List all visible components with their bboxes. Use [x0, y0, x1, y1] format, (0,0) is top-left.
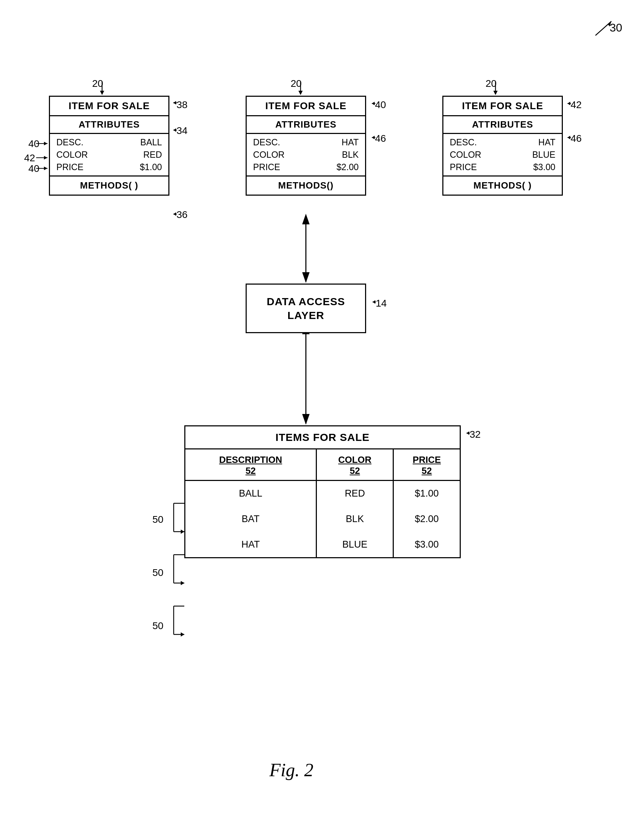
obj2-attributes-label: ATTRIBUTES	[247, 116, 365, 134]
obj1-desc-key: DESC.	[56, 137, 83, 147]
obj2-desc-val: HAT	[342, 137, 359, 147]
svg-marker-31	[567, 136, 570, 139]
obj3-price-val: $3.00	[533, 162, 555, 172]
ref-20-obj3: 20	[486, 78, 497, 89]
obj1-title: ITEM FOR SALE	[50, 97, 169, 116]
table-title: ITEMS FOR SALE	[186, 426, 460, 449]
obj2-attributes: DESC. HAT COLOR BLK PRICE $2.00	[247, 134, 365, 176]
obj1-attr-price: PRICE $1.00	[56, 161, 162, 173]
figure-ref-30: 30	[610, 21, 623, 34]
row3-color: BLUE	[316, 532, 393, 558]
obj2-attr-color: COLOR BLK	[253, 149, 359, 161]
row2-desc: BAT	[186, 506, 316, 532]
obj3-attr-color: COLOR BLUE	[450, 149, 555, 161]
svg-marker-25	[372, 136, 375, 139]
obj1-price-key: PRICE	[56, 162, 83, 172]
ref-50-row3: 50	[152, 620, 163, 631]
obj1-attr-desc: DESC. BALL	[56, 136, 162, 149]
ref-42-obj1: 42	[24, 152, 35, 164]
ref-40-obj1b: 40	[28, 163, 39, 175]
obj2-color-key: COLOR	[253, 150, 285, 160]
obj3-attributes-label: ATTRIBUTES	[443, 116, 562, 134]
obj1-attributes-label: ATTRIBUTES	[50, 116, 169, 134]
svg-marker-7	[100, 91, 104, 95]
ref-50-row1: 50	[152, 514, 163, 525]
row3-price: $3.00	[393, 532, 460, 558]
ref-46-obj3: 46	[570, 133, 582, 144]
obj1-color-val: RED	[143, 150, 162, 160]
col-color: COLOR 52	[316, 449, 393, 481]
obj2-methods: METHODS()	[247, 176, 365, 195]
obj3-color-key: COLOR	[450, 150, 481, 160]
obj2-title: ITEM FOR SALE	[247, 97, 365, 116]
ref-36: 36	[176, 209, 187, 221]
svg-marker-17	[173, 128, 176, 132]
obj3-price-key: PRICE	[450, 162, 477, 172]
svg-marker-19	[173, 212, 176, 216]
object-box-2: ITEM FOR SALE ATTRIBUTES DESC. HAT COLOR…	[245, 96, 366, 196]
obj2-desc-key: DESC.	[253, 137, 280, 147]
svg-marker-35	[466, 431, 469, 435]
dal-title: DATA ACCESSLAYER	[267, 296, 345, 321]
obj3-attributes: DESC. HAT COLOR BLUE PRICE $3.00	[443, 134, 562, 176]
dal-box: DATA ACCESSLAYER	[245, 284, 366, 333]
svg-marker-23	[372, 102, 375, 105]
svg-marker-47	[181, 632, 184, 636]
ref-34: 34	[176, 125, 187, 136]
svg-marker-33	[373, 300, 375, 304]
ref-20-obj2: 20	[291, 78, 302, 89]
table-row: HAT BLUE $3.00	[186, 532, 460, 558]
obj2-attr-price: PRICE $2.00	[253, 161, 359, 173]
obj1-price-val: $1.00	[140, 162, 162, 172]
col-description: DESCRIPTION 52	[186, 449, 316, 481]
ref-32: 32	[470, 429, 481, 440]
svg-marker-29	[567, 102, 570, 105]
ref-46-obj2: 46	[375, 133, 386, 144]
obj1-methods: METHODS( )	[50, 176, 169, 195]
svg-marker-21	[298, 91, 303, 95]
col-price: PRICE 52	[393, 449, 460, 481]
row1-price: $1.00	[393, 481, 460, 506]
svg-marker-27	[493, 91, 498, 95]
svg-marker-13	[44, 156, 48, 159]
obj1-desc-val: BALL	[140, 137, 162, 147]
ref-42-obj3: 42	[570, 99, 582, 110]
ref-50-row2: 50	[152, 567, 163, 578]
ref-14: 14	[376, 298, 387, 309]
object-box-3: ITEM FOR SALE ATTRIBUTES DESC. HAT COLOR…	[442, 96, 563, 196]
figure-caption: Fig. 2	[269, 760, 313, 780]
object-box-1: ITEM FOR SALE ATTRIBUTES DESC. BALL COLO…	[49, 96, 169, 196]
obj2-price-key: PRICE	[253, 162, 280, 172]
row2-price: $2.00	[393, 506, 460, 532]
obj3-title: ITEM FOR SALE	[443, 97, 562, 116]
ref-20-obj1: 20	[92, 78, 103, 89]
svg-marker-15	[44, 167, 48, 170]
obj3-attr-price: PRICE $3.00	[450, 161, 555, 173]
svg-line-4	[595, 21, 612, 35]
svg-marker-43	[181, 581, 184, 585]
obj3-desc-key: DESC.	[450, 137, 477, 147]
obj1-color-key: COLOR	[56, 150, 88, 160]
obj2-price-val: $2.00	[336, 162, 359, 172]
obj1-attr-color: COLOR RED	[56, 149, 162, 161]
svg-marker-39	[181, 530, 184, 534]
svg-marker-9	[173, 101, 176, 104]
ref-38: 38	[176, 99, 187, 110]
ref-40: 40	[375, 99, 386, 110]
items-table: ITEMS FOR SALE DESCRIPTION 52 COLOR 52 P…	[184, 425, 461, 558]
obj3-color-val: BLUE	[532, 150, 555, 160]
obj3-methods: METHODS( )	[443, 176, 562, 195]
table-row: BAT BLK $2.00	[186, 506, 460, 532]
obj3-desc-val: HAT	[538, 137, 555, 147]
table-row: BALL RED $1.00	[186, 481, 460, 506]
ref-40-obj1: 40	[28, 138, 39, 150]
obj2-color-val: BLK	[342, 150, 359, 160]
row2-color: BLK	[316, 506, 393, 532]
obj1-attributes: DESC. BALL COLOR RED PRICE $1.00	[50, 134, 169, 176]
row1-desc: BALL	[186, 481, 316, 506]
obj2-attr-desc: DESC. HAT	[253, 136, 359, 149]
svg-marker-11	[44, 142, 48, 145]
row1-color: RED	[316, 481, 393, 506]
row3-desc: HAT	[186, 532, 316, 558]
obj3-attr-desc: DESC. HAT	[450, 136, 555, 149]
